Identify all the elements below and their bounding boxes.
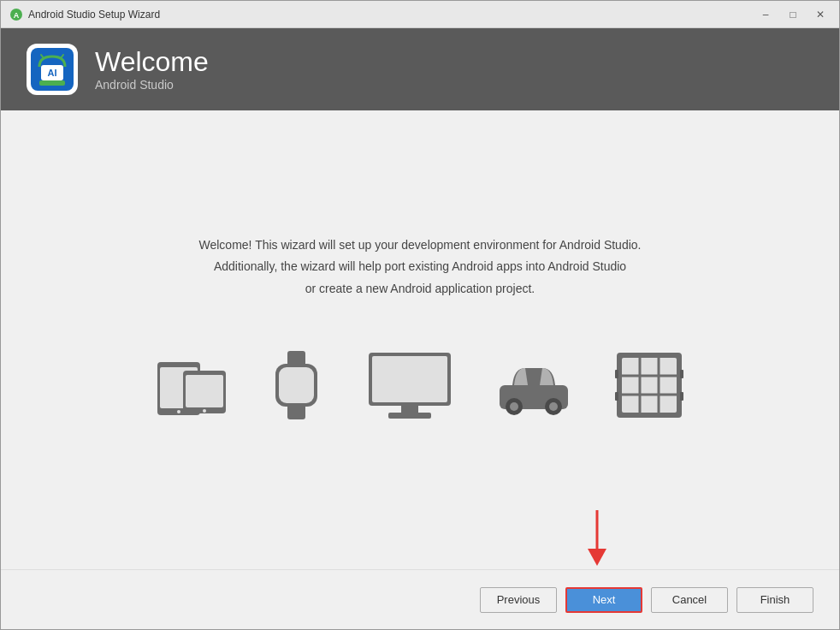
wizard-subtitle: Android Studio bbox=[95, 78, 209, 92]
svg-point-13 bbox=[203, 409, 206, 413]
maximize-button[interactable]: □ bbox=[783, 6, 803, 23]
app-icon: A bbox=[9, 8, 23, 21]
header-titles: Welcome Android Studio bbox=[95, 47, 209, 91]
android-studio-logo: AI bbox=[27, 44, 78, 95]
tv-icon bbox=[367, 351, 453, 419]
svg-rect-36 bbox=[680, 392, 683, 401]
svg-point-26 bbox=[549, 402, 558, 411]
svg-rect-35 bbox=[680, 370, 683, 378]
svg-point-24 bbox=[510, 402, 518, 411]
watch-icon bbox=[269, 351, 324, 419]
wizard-footer: Previous Next Cancel Finish bbox=[1, 569, 839, 629]
svg-rect-21 bbox=[388, 413, 431, 419]
svg-rect-20 bbox=[401, 406, 418, 413]
title-bar: A Android Studio Setup Wizard – □ ✕ bbox=[1, 1, 839, 28]
svg-rect-34 bbox=[615, 392, 618, 401]
minimize-button[interactable]: – bbox=[755, 6, 776, 23]
svg-text:A: A bbox=[14, 11, 20, 20]
finish-button[interactable]: Finish bbox=[736, 587, 813, 613]
svg-rect-7 bbox=[39, 80, 65, 86]
previous-button[interactable]: Previous bbox=[480, 587, 557, 613]
welcome-description: Welcome! This wizard will set up your de… bbox=[199, 235, 642, 300]
main-window: A Android Studio Setup Wizard – □ ✕ bbox=[0, 0, 840, 630]
car-icon bbox=[495, 355, 572, 415]
title-bar-text: Android Studio Setup Wizard bbox=[28, 9, 755, 21]
next-button[interactable]: Next bbox=[565, 587, 642, 613]
embedded-icon bbox=[615, 351, 683, 419]
svg-rect-33 bbox=[615, 370, 618, 378]
close-button[interactable]: ✕ bbox=[810, 6, 831, 23]
main-content: Welcome! This wizard will set up your de… bbox=[1, 110, 839, 569]
svg-rect-17 bbox=[279, 367, 314, 403]
svg-text:AI: AI bbox=[48, 68, 57, 78]
svg-point-10 bbox=[177, 410, 180, 413]
device-icons-row bbox=[157, 351, 683, 419]
svg-rect-19 bbox=[372, 356, 447, 402]
phone-tablet-icon bbox=[157, 355, 226, 415]
svg-rect-12 bbox=[186, 375, 223, 407]
title-bar-controls: – □ ✕ bbox=[755, 6, 831, 23]
wizard-header: AI Welcome Android Studio bbox=[1, 28, 839, 110]
svg-rect-28 bbox=[622, 358, 677, 413]
wizard-title: Welcome bbox=[95, 47, 209, 77]
cancel-button[interactable]: Cancel bbox=[651, 587, 728, 613]
